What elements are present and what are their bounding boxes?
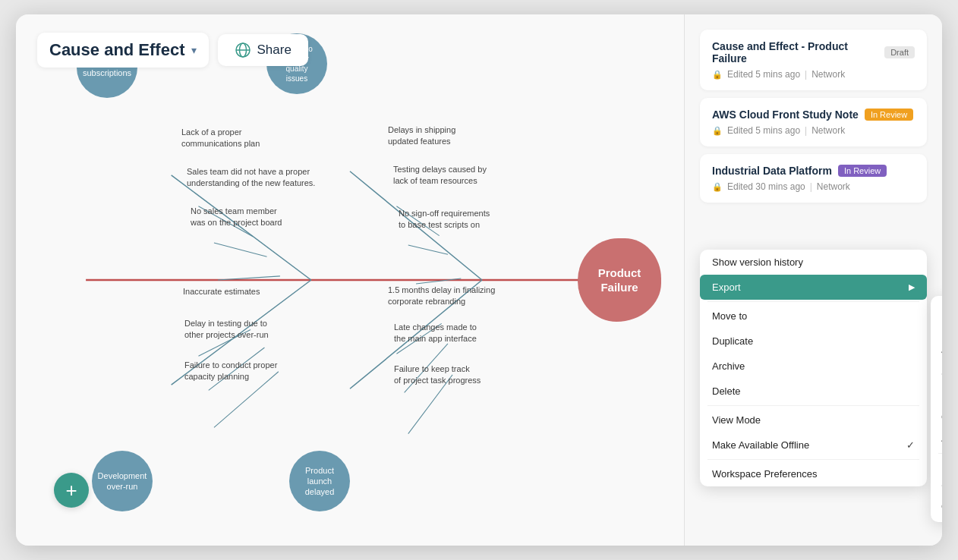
doc-title-row-2: AWS Cloud Front Study Note In Review xyxy=(712,109,915,121)
submenu-slack[interactable]: Slack ⚙ xyxy=(931,472,942,495)
label-lower-left-2: Delay in testing due toother projects ov… xyxy=(184,318,269,341)
chevron-down-icon[interactable]: ▾ xyxy=(191,44,197,56)
menu-show-version-history[interactable]: Show version history xyxy=(700,250,927,275)
lock-icon-3: 🔒 xyxy=(712,182,723,192)
label-lower-left-3: Failure to conduct propercapacity planni… xyxy=(184,360,277,383)
label-lower-right-3: Failure to keep trackof project task pro… xyxy=(394,363,481,387)
export-submenu: Image PNG ⚙ JPG ⚙ SVG PDF ⚙ xyxy=(931,296,942,522)
label-lower-right-1: 1.5 months delay in finalizingcorporate … xyxy=(388,285,495,308)
submenu-png[interactable]: PNG ⚙ xyxy=(931,316,942,338)
doc-edited-1: Edited 5 mins ago xyxy=(727,69,800,80)
product-failure-node[interactable]: ProductFailure xyxy=(578,238,661,322)
title-box: Cause and Effect ▾ xyxy=(37,33,209,68)
doc-title-row-3: Industrial Data Platform In Review xyxy=(712,165,915,177)
badge-inreview-3: In Review xyxy=(838,165,887,177)
canvas-area: Cause and Effect ▾ Share xyxy=(16,14,684,546)
label-upper-left-3: No sales team memberwas on the project b… xyxy=(191,206,282,229)
main-container: Cause and Effect ▾ Share xyxy=(16,14,942,546)
menu-divider-1 xyxy=(707,301,919,302)
submenu-pdf[interactable]: PDF ⚙ xyxy=(931,383,942,406)
globe-icon xyxy=(235,42,251,58)
doc-item-2[interactable]: AWS Cloud Front Study Note In Review 🔒 E… xyxy=(700,98,927,146)
doc-edited-3: Edited 30 mins ago xyxy=(727,181,805,192)
doc-edited-2: Edited 5 mins ago xyxy=(727,125,800,136)
submenu-svg[interactable]: SVG xyxy=(931,361,942,383)
doc-title-3: Industrial Data Platform xyxy=(712,165,832,177)
lock-icon-1: 🔒 xyxy=(712,70,723,80)
doc-meta-2: 🔒 Edited 5 mins ago | Network xyxy=(712,125,915,136)
doc-item-1[interactable]: Cause and Effect - Product Failure Draft… xyxy=(700,30,927,90)
badge-inreview-2: In Review xyxy=(865,109,913,121)
add-button[interactable]: + xyxy=(54,473,89,508)
doc-meta-1: 🔒 Edited 5 mins ago | Network xyxy=(712,69,915,80)
menu-view-mode[interactable]: View Mode xyxy=(700,407,927,433)
label-lower-left-1: Inaccurate estimates xyxy=(183,286,260,297)
menu-export[interactable]: Export ▶ Image PNG ⚙ JPG ⚙ SVG xyxy=(700,275,927,300)
node-dev-overrun[interactable]: Development over-run xyxy=(92,451,153,511)
label-upper-right-2: Testing delays caused bylack of team res… xyxy=(393,164,487,187)
menu-make-offline[interactable]: Make Available Offline ✓ xyxy=(700,433,927,458)
doc-title-row-1: Cause and Effect - Product Failure Draft xyxy=(712,40,915,64)
right-panel: Cause and Effect - Product Failure Draft… xyxy=(684,14,942,546)
doc-title-1: Cause and Effect - Product Failure xyxy=(712,40,878,64)
menu-workspace-prefs[interactable]: Workspace Preferences xyxy=(700,461,927,486)
doc-network-1: Network xyxy=(811,69,845,80)
menu-duplicate[interactable]: Duplicate xyxy=(700,329,927,354)
submenu-image-section-label: Image xyxy=(931,300,942,316)
submenu-google-drive[interactable]: Google Drive ⚙ xyxy=(931,495,942,518)
share-button[interactable]: Share xyxy=(218,34,308,66)
menu-archive[interactable]: Archive xyxy=(700,354,927,379)
svg-line-10 xyxy=(214,243,267,256)
label-lower-right-2: Late changes made tothe main app interfa… xyxy=(394,322,477,345)
toolbar: Cause and Effect ▾ Share xyxy=(37,33,308,68)
share-label: Share xyxy=(257,42,291,58)
doc-network-3: Network xyxy=(817,181,850,192)
submenu-integrations-section-label: Integrations xyxy=(931,457,942,472)
menu-divider-2 xyxy=(707,405,919,406)
label-upper-left-2: Sales team did not have a properundersta… xyxy=(187,166,315,190)
context-menu: Show version history Export ▶ Image PNG … xyxy=(700,250,927,486)
doc-network-2: Network xyxy=(811,125,845,136)
label-upper-right-1: Delays in shippingupdated features xyxy=(388,124,455,148)
diagram-title: Cause and Effect xyxy=(49,40,185,60)
menu-divider-3 xyxy=(707,459,919,460)
doc-item-3[interactable]: Industrial Data Platform In Review 🔒 Edi… xyxy=(700,154,927,203)
node-product-launch[interactable]: Product launch delayed xyxy=(289,451,350,511)
submenu-json[interactable]: JSON xyxy=(931,428,942,450)
doc-meta-3: 🔒 Edited 30 mins ago | Network xyxy=(712,181,915,192)
check-icon-offline: ✓ xyxy=(906,439,915,451)
submenu-csv[interactable]: CSV xyxy=(931,406,942,428)
submenu-arrow-icon: ▶ xyxy=(909,282,915,292)
document-list: Cause and Effect - Product Failure Draft… xyxy=(685,14,942,216)
label-upper-left-1: Lack of a propercommunications plan xyxy=(181,127,260,150)
submenu-jpg[interactable]: JPG ⚙ xyxy=(931,338,942,361)
label-upper-right-3: No sign-off requirementsto base test scr… xyxy=(399,208,490,231)
doc-title-2: AWS Cloud Front Study Note xyxy=(712,109,859,121)
menu-move-to[interactable]: Move to xyxy=(700,304,927,329)
badge-draft-1: Draft xyxy=(884,46,915,58)
lock-icon-2: 🔒 xyxy=(712,126,723,136)
menu-delete[interactable]: Delete xyxy=(700,379,927,404)
